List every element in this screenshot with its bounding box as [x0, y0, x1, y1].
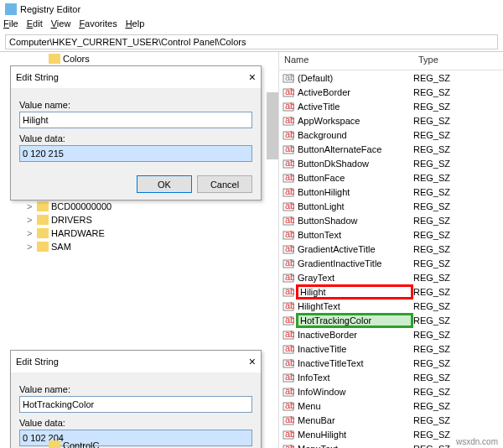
value-row-appworkspace[interactable]: abAppWorkspaceREG_SZ: [279, 113, 503, 128]
value-row-hottrackingcolor[interactable]: abHotTrackingColorREG_SZ: [279, 313, 503, 327]
folder-icon: [49, 54, 60, 64]
tree-item-hardware[interactable]: >HARDWARE: [0, 227, 278, 240]
svg-text:ab: ab: [285, 172, 294, 182]
string-value-icon: ab: [283, 357, 294, 369]
value-row-buttonshadow[interactable]: abButtonShadowREG_SZ: [279, 213, 503, 227]
value-type: REG_SZ: [413, 344, 503, 354]
menu-favorites[interactable]: Favorites: [79, 18, 117, 34]
svg-text:ab: ab: [285, 115, 294, 125]
cancel-button[interactable]: Cancel: [197, 175, 252, 193]
tree-item-colors[interactable]: Colors: [0, 52, 278, 65]
menu-file[interactable]: File: [3, 18, 18, 34]
menu-help[interactable]: Help: [126, 18, 145, 34]
value-row-gradientinactivetitle[interactable]: abGradientInactiveTitleREG_SZ: [279, 256, 503, 270]
value-name: HilightText: [296, 301, 413, 311]
value-row-gradientactivetitle[interactable]: abGradientActiveTitleREG_SZ: [279, 242, 503, 256]
value-row-hilight[interactable]: abHilightREG_SZ: [279, 284, 503, 299]
value-row-buttonalternateface[interactable]: abButtonAlternateFaceREG_SZ: [279, 142, 503, 156]
tree-item-sam[interactable]: >SAM: [0, 240, 278, 253]
expand-arrow-icon[interactable]: >: [27, 228, 37, 238]
value-name: ButtonAlternateFace: [296, 144, 413, 154]
value-row-background[interactable]: abBackgroundREG_SZ: [279, 128, 503, 142]
svg-text:ab: ab: [285, 400, 294, 410]
value-name: ButtonDkShadow: [296, 159, 413, 169]
tree-item-bcd00000000[interactable]: >BCD00000000: [0, 200, 278, 213]
value-name: ButtonText: [296, 230, 413, 240]
value-name: ButtonShadow: [296, 216, 413, 226]
tree-item-drivers[interactable]: >DRIVERS: [0, 213, 278, 227]
svg-text:ab: ab: [285, 414, 294, 425]
value-name: AppWorkspace: [296, 116, 413, 126]
value-type: REG_SZ: [413, 401, 503, 411]
value-row-hilighttext[interactable]: abHilightTextREG_SZ: [279, 299, 503, 313]
svg-text:ab: ab: [285, 343, 294, 353]
titlebar: Registry Editor: [0, 0, 503, 18]
value-row-infowindow[interactable]: abInfoWindowREG_SZ: [279, 384, 503, 399]
value-row-graytext[interactable]: abGrayTextREG_SZ: [279, 270, 503, 284]
value-type: REG_SZ: [413, 187, 503, 197]
edit-string-dialog-hottracking: Edit String × Value name: Value data: OK…: [10, 350, 262, 448]
ok-button[interactable]: OK: [137, 175, 192, 193]
value-name-label: Value name:: [19, 100, 252, 110]
value-type: REG_SZ: [413, 87, 503, 97]
value-name-input[interactable]: [19, 396, 252, 413]
address-bar[interactable]: Computer\HKEY_CURRENT_USER\Control Panel…: [5, 34, 498, 49]
tree-label: HARDWARE: [51, 228, 105, 238]
column-type[interactable]: Type: [413, 52, 503, 70]
value-row-inactivetitle[interactable]: abInactiveTitleREG_SZ: [279, 341, 503, 356]
value-name: GradientActiveTitle: [296, 244, 413, 254]
value-type: REG_SZ: [413, 330, 503, 340]
value-type: REG_SZ: [413, 102, 503, 112]
svg-text:ab: ab: [285, 357, 294, 367]
svg-text:ab: ab: [285, 286, 294, 296]
expand-arrow-icon[interactable]: >: [27, 201, 37, 211]
menu-bar: FileEditViewFavoritesHelp: [0, 18, 503, 34]
value-name: ActiveTitle: [296, 102, 413, 112]
expand-arrow-icon[interactable]: >: [27, 215, 37, 225]
string-value-icon: ab: [283, 315, 294, 326]
folder-icon: [49, 440, 60, 448]
tree-label: DRIVERS: [51, 215, 92, 225]
svg-text:ab: ab: [285, 101, 294, 111]
value-row-inactiveborder[interactable]: abInactiveBorderREG_SZ: [279, 327, 503, 341]
value-name-input[interactable]: [19, 112, 252, 128]
value-row-buttondkshadow[interactable]: abButtonDkShadowREG_SZ: [279, 156, 503, 170]
string-value-icon: ab: [283, 372, 294, 383]
list-header[interactable]: Name Type: [279, 52, 503, 70]
value-row-buttonface[interactable]: abButtonFaceREG_SZ: [279, 170, 503, 185]
value-type: REG_SZ: [413, 130, 503, 140]
watermark: wsxdn.com: [456, 437, 498, 446]
column-name[interactable]: Name: [279, 52, 413, 70]
value-row-inactivetitletext[interactable]: abInactiveTitleTextREG_SZ: [279, 356, 503, 370]
tree-item-controlc[interactable]: ControlC: [0, 439, 278, 448]
folder-icon: [37, 215, 49, 225]
value-row-menu[interactable]: abMenuREG_SZ: [279, 399, 503, 413]
close-icon[interactable]: ×: [249, 355, 256, 368]
menu-view[interactable]: View: [51, 18, 71, 34]
tree-scrollbar[interactable]: [267, 92, 278, 159]
value-row-activeborder[interactable]: abActiveBorderREG_SZ: [279, 85, 503, 99]
value-name: MenuHilight: [296, 430, 413, 440]
value-row-buttonhilight[interactable]: abButtonHilightREG_SZ: [279, 185, 503, 199]
tree-panel[interactable]: ColorsCursors Edit String × Value name: …: [0, 52, 278, 448]
close-icon[interactable]: ×: [249, 70, 256, 84]
value-type: REG_SZ: [413, 244, 503, 254]
value-name: GrayText: [296, 273, 413, 283]
expand-arrow-icon[interactable]: >: [27, 242, 37, 252]
value-data-input[interactable]: [19, 145, 252, 162]
svg-text:ab: ab: [285, 72, 294, 82]
value-row-buttontext[interactable]: abButtonTextREG_SZ: [279, 227, 503, 242]
value-type: REG_SZ: [413, 358, 503, 368]
values-list[interactable]: Name Type ab(Default)REG_SZabActiveBorde…: [278, 52, 503, 448]
value-row--default-[interactable]: ab(Default)REG_SZ: [279, 70, 503, 85]
value-type: REG_SZ: [413, 372, 503, 383]
value-row-menubar[interactable]: abMenuBarREG_SZ: [279, 413, 503, 427]
string-value-icon: ab: [283, 229, 294, 241]
value-row-buttonlight[interactable]: abButtonLightREG_SZ: [279, 199, 503, 213]
value-row-infotext[interactable]: abInfoTextREG_SZ: [279, 370, 503, 384]
address-text: Computer\HKEY_CURRENT_USER\Control Panel…: [9, 37, 246, 47]
value-row-activetitle[interactable]: abActiveTitleREG_SZ: [279, 99, 503, 113]
menu-edit[interactable]: Edit: [27, 18, 43, 34]
value-name: Hilight: [296, 284, 413, 300]
string-value-icon: ab: [283, 414, 294, 426]
